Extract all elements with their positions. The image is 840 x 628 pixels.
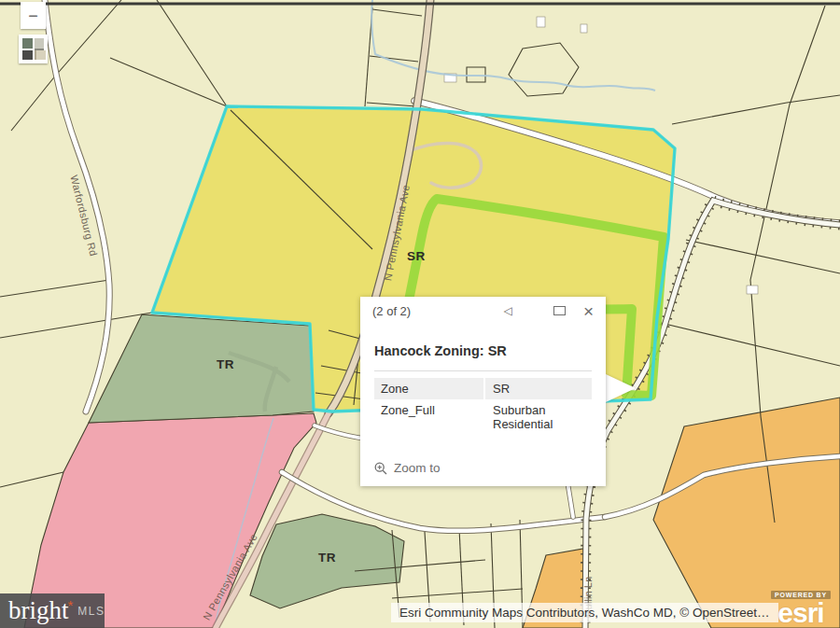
map-stage[interactable]: SR TR TR N Pennsylvania Ave N Pennsylvan… bbox=[0, 0, 840, 628]
popup-divider bbox=[374, 370, 592, 371]
basemap-gallery-button[interactable] bbox=[19, 35, 48, 63]
popup-pagination: (2 of 2) bbox=[372, 304, 504, 318]
basemap-thumbnail bbox=[22, 38, 33, 49]
bright-wordmark: bright bbox=[8, 593, 69, 628]
map-attribution: Esri Community Maps Contributors, WashCo… bbox=[391, 603, 778, 622]
popup-title: Hancock Zoning: SR bbox=[374, 343, 592, 358]
mls-wordmark: MLS bbox=[77, 605, 105, 618]
zone-label-tr-upper: TR bbox=[217, 357, 234, 371]
field-name-cell: Zone bbox=[374, 378, 483, 399]
field-name-cell: Zone_Full bbox=[374, 399, 483, 435]
feature-popup: (2 of 2) ◁ × Hancock Zoning: SR Zone SR … bbox=[360, 297, 606, 486]
esri-wordmark: esri bbox=[763, 601, 838, 625]
minus-icon: − bbox=[28, 7, 38, 24]
basemap-thumbnail bbox=[35, 38, 45, 50]
popup-header: (2 of 2) ◁ × bbox=[360, 297, 606, 325]
field-value-cell: Suburban Residential bbox=[485, 399, 592, 435]
basemap-thumbnail bbox=[35, 50, 47, 61]
zoom-to-label: Zoom to bbox=[394, 461, 441, 475]
table-row: Zone SR bbox=[374, 378, 592, 399]
powered-by-esri-logo: POWERED BY esri bbox=[763, 584, 838, 625]
previous-feature-icon[interactable]: ◁ bbox=[504, 304, 512, 317]
zone-label-tr-lower: TR bbox=[318, 551, 336, 565]
magnifier-plus-icon bbox=[374, 462, 387, 475]
popup-callout-pointer bbox=[606, 374, 636, 402]
zoom-out-button[interactable]: − bbox=[21, 2, 46, 29]
field-value-cell: SR bbox=[485, 378, 592, 399]
basemap-thumbnail bbox=[22, 50, 33, 61]
zone-label-sr: SR bbox=[407, 249, 426, 263]
close-icon[interactable]: × bbox=[583, 302, 594, 320]
zoom-to-button[interactable]: Zoom to bbox=[374, 461, 441, 475]
table-row: Zone_Full Suburban Residential bbox=[374, 399, 592, 435]
bright-star-icon: * bbox=[68, 597, 74, 613]
bright-mls-logo: bright*MLS bbox=[0, 593, 105, 628]
attribute-table: Zone SR Zone_Full Suburban Residential bbox=[374, 378, 592, 435]
popup-body: Hancock Zoning: SR Zone SR Zone_Full Sub… bbox=[360, 343, 606, 435]
dock-icon[interactable] bbox=[553, 306, 566, 315]
